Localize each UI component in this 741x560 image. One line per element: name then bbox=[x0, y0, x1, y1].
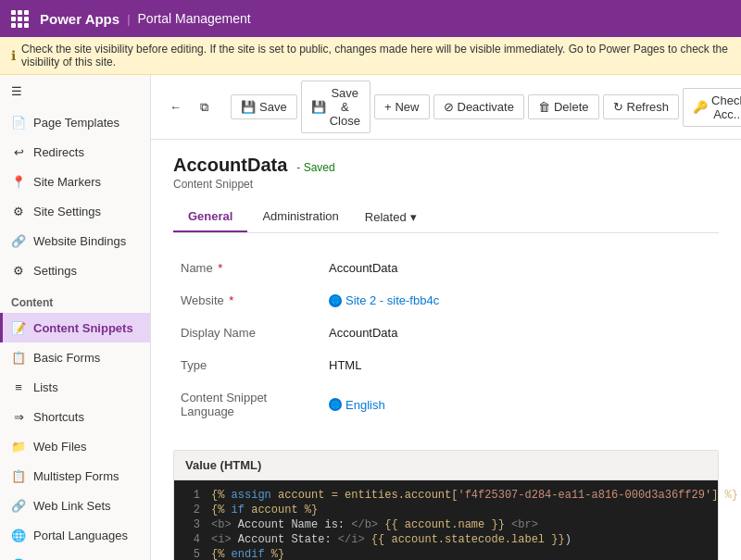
delete-button[interactable]: 🗑 Delete bbox=[528, 94, 599, 119]
check-access-button[interactable]: 🔑 Check Acc... bbox=[683, 88, 741, 127]
sidebar-item-redirects[interactable]: ↩ Redirects bbox=[0, 137, 150, 167]
field-display-name: Display Name AccountData bbox=[173, 317, 719, 349]
sidebar-item-site-markers[interactable]: 📍 Site Markers bbox=[0, 167, 150, 196]
sidebar-item-web-files[interactable]: 📁 Web Files bbox=[0, 431, 150, 461]
code-section-header: Value (HTML) bbox=[174, 451, 718, 480]
record-subtitle: Content Snippet bbox=[173, 178, 719, 191]
field-type: Type HTML bbox=[173, 349, 719, 381]
sidebar-item-label: Web Link Sets bbox=[33, 499, 111, 513]
save-close-icon: 💾 bbox=[311, 100, 326, 114]
sidebar-item-site-settings[interactable]: ⚙ Site Settings bbox=[0, 196, 150, 226]
language-value: 🌐 English bbox=[321, 381, 719, 428]
website-link[interactable]: 🌐 Site 2 - site-fbb4c bbox=[329, 293, 711, 307]
type-label: Type bbox=[173, 349, 321, 381]
language-label: Content Snippet Language bbox=[173, 381, 321, 428]
line-content-3: <b> Account Name is: </b> {{ account.nam… bbox=[211, 518, 718, 531]
new-icon: + bbox=[384, 100, 392, 114]
line-num-3: 3 bbox=[174, 518, 211, 531]
line-num-5: 5 bbox=[174, 548, 211, 560]
record-title-row: AccountData - Saved bbox=[173, 155, 719, 176]
tab-related-dropdown[interactable]: Related ▾ bbox=[354, 202, 428, 232]
line-content-5: {% endif %} bbox=[211, 548, 718, 560]
save-button[interactable]: 💾 Save bbox=[231, 94, 297, 119]
sidebar-item-website-bindings[interactable]: 🔗 Website Bindings bbox=[0, 226, 150, 255]
sidebar-item-label: Site Markers bbox=[33, 175, 101, 189]
multistep-forms-icon: 📋 bbox=[11, 468, 26, 483]
code-line-1: 1 {% assign account = entities.account['… bbox=[174, 488, 718, 503]
web-files-icon: 📁 bbox=[11, 439, 26, 454]
save-close-button[interactable]: 💾 Save & Close bbox=[301, 81, 370, 133]
sidebar-item-label: Content Snippets bbox=[33, 321, 133, 335]
content-section-label: Content bbox=[0, 285, 150, 313]
sidebar-item-basic-forms[interactable]: 📋 Basic Forms bbox=[0, 342, 150, 372]
basic-forms-icon: 📋 bbox=[11, 350, 26, 365]
sidebar-menu-toggle[interactable]: ☰ bbox=[0, 75, 150, 107]
sidebar-item-settings[interactable]: ⚙ Settings bbox=[0, 255, 150, 285]
tab-administration[interactable]: Administration bbox=[247, 202, 353, 232]
sidebar-item-shortcuts[interactable]: ⇒ Shortcuts bbox=[0, 402, 150, 431]
web-link-sets-icon: 🔗 bbox=[11, 498, 26, 513]
toolbar: ← ⧉ 💾 Save 💾 Save & Close + New ⊘ Deacti… bbox=[151, 75, 741, 140]
name-value: AccountData bbox=[321, 252, 719, 284]
top-divider: | bbox=[127, 12, 130, 26]
sidebar-item-label: Site Settings bbox=[33, 205, 101, 218]
shortcuts-icon: ⇒ bbox=[11, 409, 26, 424]
hamburger-icon: ☰ bbox=[11, 84, 22, 98]
line-content-2: {% if account %} bbox=[211, 504, 718, 516]
content-snippets-icon: 📝 bbox=[11, 320, 26, 335]
sidebar-item-multistep-forms[interactable]: 📋 Multistep Forms bbox=[0, 461, 150, 491]
display-name-label: Display Name bbox=[173, 317, 321, 349]
info-bar: ℹ Check the site visibility before editi… bbox=[0, 37, 741, 75]
sidebar-item-page-templates[interactable]: 📄 Page Templates bbox=[0, 107, 150, 137]
sidebar: ☰ 📄 Page Templates ↩ Redirects 📍 Site Ma… bbox=[0, 75, 151, 560]
site-settings-icon: ⚙ bbox=[11, 204, 26, 218]
sidebar-item-label: Multistep Forms bbox=[33, 469, 119, 483]
field-name: Name * AccountData bbox=[173, 252, 719, 284]
sidebar-item-web-link-sets[interactable]: 🔗 Web Link Sets bbox=[0, 491, 150, 520]
new-button[interactable]: + New bbox=[374, 94, 430, 119]
code-line-2: 2 {% if account %} bbox=[174, 503, 718, 517]
sidebar-item-label: Shortcuts bbox=[33, 410, 84, 424]
related-label: Related bbox=[365, 210, 407, 224]
globe-icon: 🌐 bbox=[329, 294, 342, 307]
field-website: Website * 🌐 Site 2 - site-fbb4c bbox=[173, 284, 719, 317]
record-title: AccountData bbox=[173, 155, 287, 176]
line-content-1: {% assign account = entities.account['f4… bbox=[211, 489, 741, 502]
waffle-icon[interactable] bbox=[11, 10, 29, 28]
code-line-4: 4 <i> Account State: </i> {{ account.sta… bbox=[174, 532, 718, 547]
check-access-icon: 🔑 bbox=[693, 100, 708, 114]
deactivate-button[interactable]: ⊘ Deactivate bbox=[433, 94, 524, 119]
code-line-3: 3 <b> Account Name is: </b> {{ account.n… bbox=[174, 517, 718, 532]
sidebar-item-label: Portal Languages bbox=[33, 529, 128, 542]
portal-languages-icon: 🌐 bbox=[11, 528, 26, 542]
refresh-button[interactable]: ↻ Refresh bbox=[603, 94, 680, 119]
language-globe-icon: 🌐 bbox=[329, 398, 342, 411]
sidebar-item-label: Lists bbox=[33, 380, 58, 394]
name-label: Name * bbox=[173, 252, 321, 284]
sidebar-item-label: Web Files bbox=[33, 440, 87, 454]
code-line-5: 5 {% endif %} bbox=[174, 547, 718, 560]
info-message: Check the site visibility before editing… bbox=[21, 43, 730, 68]
sidebar-item-content-snippets[interactable]: 📝 Content Snippets bbox=[0, 313, 150, 342]
sidebar-item-web-pages[interactable]: 🌐 Web Pages bbox=[0, 550, 150, 560]
sidebar-item-lists[interactable]: ≡ Lists bbox=[0, 372, 150, 402]
sidebar-item-label: Redirects bbox=[33, 145, 84, 159]
copy-button[interactable]: ⧉ bbox=[193, 95, 216, 119]
language-link[interactable]: 🌐 English bbox=[329, 398, 711, 412]
delete-icon: 🗑 bbox=[538, 100, 550, 114]
back-button[interactable]: ← bbox=[162, 95, 189, 118]
code-editor[interactable]: 1 {% assign account = entities.account['… bbox=[174, 480, 718, 560]
sidebar-item-label: Basic Forms bbox=[33, 351, 100, 365]
deactivate-icon: ⊘ bbox=[444, 100, 454, 114]
form-table: Name * AccountData Website * 🌐 Site 2 - … bbox=[173, 252, 719, 428]
sidebar-item-portal-languages[interactable]: 🌐 Portal Languages bbox=[0, 520, 150, 550]
sidebar-item-label: Website Bindings bbox=[33, 234, 126, 248]
line-num-2: 2 bbox=[174, 504, 211, 516]
website-bindings-icon: 🔗 bbox=[11, 233, 26, 248]
tab-general[interactable]: General bbox=[173, 202, 247, 232]
line-content-4: <i> Account State: </i> {{ account.state… bbox=[211, 533, 718, 546]
type-value: HTML bbox=[321, 349, 719, 381]
display-name-value: AccountData bbox=[321, 317, 719, 349]
app-name: Power Apps bbox=[40, 11, 119, 27]
refresh-icon: ↻ bbox=[613, 100, 623, 114]
